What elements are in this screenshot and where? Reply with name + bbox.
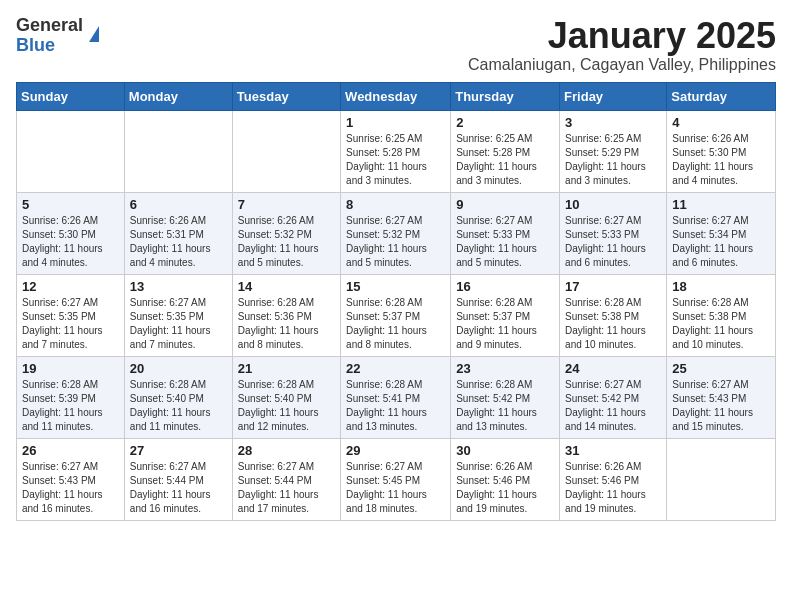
- cell-info: Sunrise: 6:25 AM Sunset: 5:28 PM Dayligh…: [456, 132, 554, 188]
- location-subtitle: Camalaniugan, Cagayan Valley, Philippine…: [468, 56, 776, 74]
- calendar-cell: 19Sunrise: 6:28 AM Sunset: 5:39 PM Dayli…: [17, 356, 125, 438]
- calendar-cell: 17Sunrise: 6:28 AM Sunset: 5:38 PM Dayli…: [560, 274, 667, 356]
- day-number: 28: [238, 443, 335, 458]
- calendar-cell: 12Sunrise: 6:27 AM Sunset: 5:35 PM Dayli…: [17, 274, 125, 356]
- calendar-cell: [17, 110, 125, 192]
- weekday-header: Friday: [560, 82, 667, 110]
- calendar-cell: 6Sunrise: 6:26 AM Sunset: 5:31 PM Daylig…: [124, 192, 232, 274]
- day-number: 27: [130, 443, 227, 458]
- cell-info: Sunrise: 6:26 AM Sunset: 5:46 PM Dayligh…: [565, 460, 661, 516]
- day-number: 21: [238, 361, 335, 376]
- logo-triangle-icon: [89, 26, 99, 42]
- weekday-header: Tuesday: [232, 82, 340, 110]
- calendar-cell: 24Sunrise: 6:27 AM Sunset: 5:42 PM Dayli…: [560, 356, 667, 438]
- calendar-cell: 18Sunrise: 6:28 AM Sunset: 5:38 PM Dayli…: [667, 274, 776, 356]
- day-number: 25: [672, 361, 770, 376]
- weekday-header: Saturday: [667, 82, 776, 110]
- calendar-cell: 13Sunrise: 6:27 AM Sunset: 5:35 PM Dayli…: [124, 274, 232, 356]
- day-number: 16: [456, 279, 554, 294]
- calendar-cell: [232, 110, 340, 192]
- cell-info: Sunrise: 6:27 AM Sunset: 5:35 PM Dayligh…: [130, 296, 227, 352]
- cell-info: Sunrise: 6:28 AM Sunset: 5:39 PM Dayligh…: [22, 378, 119, 434]
- calendar-cell: 11Sunrise: 6:27 AM Sunset: 5:34 PM Dayli…: [667, 192, 776, 274]
- day-number: 11: [672, 197, 770, 212]
- cell-info: Sunrise: 6:25 AM Sunset: 5:29 PM Dayligh…: [565, 132, 661, 188]
- weekday-header: Monday: [124, 82, 232, 110]
- calendar-cell: 5Sunrise: 6:26 AM Sunset: 5:30 PM Daylig…: [17, 192, 125, 274]
- cell-info: Sunrise: 6:28 AM Sunset: 5:40 PM Dayligh…: [130, 378, 227, 434]
- cell-info: Sunrise: 6:27 AM Sunset: 5:44 PM Dayligh…: [238, 460, 335, 516]
- day-number: 26: [22, 443, 119, 458]
- calendar-cell: [667, 438, 776, 520]
- cell-info: Sunrise: 6:27 AM Sunset: 5:35 PM Dayligh…: [22, 296, 119, 352]
- calendar-cell: 28Sunrise: 6:27 AM Sunset: 5:44 PM Dayli…: [232, 438, 340, 520]
- day-number: 10: [565, 197, 661, 212]
- day-number: 1: [346, 115, 445, 130]
- logo-blue: Blue: [16, 35, 55, 55]
- calendar-cell: 14Sunrise: 6:28 AM Sunset: 5:36 PM Dayli…: [232, 274, 340, 356]
- day-number: 24: [565, 361, 661, 376]
- calendar-cell: 1Sunrise: 6:25 AM Sunset: 5:28 PM Daylig…: [341, 110, 451, 192]
- cell-info: Sunrise: 6:27 AM Sunset: 5:43 PM Dayligh…: [672, 378, 770, 434]
- cell-info: Sunrise: 6:27 AM Sunset: 5:33 PM Dayligh…: [565, 214, 661, 270]
- title-block: January 2025 Camalaniugan, Cagayan Valle…: [468, 16, 776, 74]
- day-number: 2: [456, 115, 554, 130]
- cell-info: Sunrise: 6:28 AM Sunset: 5:38 PM Dayligh…: [565, 296, 661, 352]
- day-number: 30: [456, 443, 554, 458]
- cell-info: Sunrise: 6:27 AM Sunset: 5:43 PM Dayligh…: [22, 460, 119, 516]
- cell-info: Sunrise: 6:26 AM Sunset: 5:46 PM Dayligh…: [456, 460, 554, 516]
- cell-info: Sunrise: 6:27 AM Sunset: 5:32 PM Dayligh…: [346, 214, 445, 270]
- cell-info: Sunrise: 6:27 AM Sunset: 5:33 PM Dayligh…: [456, 214, 554, 270]
- calendar-cell: 2Sunrise: 6:25 AM Sunset: 5:28 PM Daylig…: [451, 110, 560, 192]
- calendar-cell: 21Sunrise: 6:28 AM Sunset: 5:40 PM Dayli…: [232, 356, 340, 438]
- cell-info: Sunrise: 6:28 AM Sunset: 5:42 PM Dayligh…: [456, 378, 554, 434]
- cell-info: Sunrise: 6:26 AM Sunset: 5:32 PM Dayligh…: [238, 214, 335, 270]
- calendar-cell: 3Sunrise: 6:25 AM Sunset: 5:29 PM Daylig…: [560, 110, 667, 192]
- cell-info: Sunrise: 6:28 AM Sunset: 5:41 PM Dayligh…: [346, 378, 445, 434]
- logo-text-block: General Blue: [16, 16, 83, 56]
- calendar-cell: 31Sunrise: 6:26 AM Sunset: 5:46 PM Dayli…: [560, 438, 667, 520]
- day-number: 13: [130, 279, 227, 294]
- page-header: General Blue January 2025 Camalaniugan, …: [16, 16, 776, 74]
- cell-info: Sunrise: 6:27 AM Sunset: 5:42 PM Dayligh…: [565, 378, 661, 434]
- calendar-cell: 30Sunrise: 6:26 AM Sunset: 5:46 PM Dayli…: [451, 438, 560, 520]
- calendar-cell: 10Sunrise: 6:27 AM Sunset: 5:33 PM Dayli…: [560, 192, 667, 274]
- calendar-cell: 15Sunrise: 6:28 AM Sunset: 5:37 PM Dayli…: [341, 274, 451, 356]
- cell-info: Sunrise: 6:26 AM Sunset: 5:30 PM Dayligh…: [672, 132, 770, 188]
- cell-info: Sunrise: 6:28 AM Sunset: 5:38 PM Dayligh…: [672, 296, 770, 352]
- cell-info: Sunrise: 6:27 AM Sunset: 5:45 PM Dayligh…: [346, 460, 445, 516]
- calendar-table: SundayMondayTuesdayWednesdayThursdayFrid…: [16, 82, 776, 521]
- day-number: 15: [346, 279, 445, 294]
- day-number: 18: [672, 279, 770, 294]
- cell-info: Sunrise: 6:28 AM Sunset: 5:37 PM Dayligh…: [346, 296, 445, 352]
- cell-info: Sunrise: 6:28 AM Sunset: 5:40 PM Dayligh…: [238, 378, 335, 434]
- calendar-cell: 25Sunrise: 6:27 AM Sunset: 5:43 PM Dayli…: [667, 356, 776, 438]
- cell-info: Sunrise: 6:27 AM Sunset: 5:44 PM Dayligh…: [130, 460, 227, 516]
- day-number: 14: [238, 279, 335, 294]
- day-number: 12: [22, 279, 119, 294]
- calendar-cell: 27Sunrise: 6:27 AM Sunset: 5:44 PM Dayli…: [124, 438, 232, 520]
- calendar-cell: 4Sunrise: 6:26 AM Sunset: 5:30 PM Daylig…: [667, 110, 776, 192]
- calendar-cell: 22Sunrise: 6:28 AM Sunset: 5:41 PM Dayli…: [341, 356, 451, 438]
- cell-info: Sunrise: 6:27 AM Sunset: 5:34 PM Dayligh…: [672, 214, 770, 270]
- calendar-cell: 23Sunrise: 6:28 AM Sunset: 5:42 PM Dayli…: [451, 356, 560, 438]
- calendar-week-row: 5Sunrise: 6:26 AM Sunset: 5:30 PM Daylig…: [17, 192, 776, 274]
- calendar-week-row: 26Sunrise: 6:27 AM Sunset: 5:43 PM Dayli…: [17, 438, 776, 520]
- day-number: 8: [346, 197, 445, 212]
- day-number: 29: [346, 443, 445, 458]
- calendar-cell: 29Sunrise: 6:27 AM Sunset: 5:45 PM Dayli…: [341, 438, 451, 520]
- calendar-cell: 26Sunrise: 6:27 AM Sunset: 5:43 PM Dayli…: [17, 438, 125, 520]
- day-number: 3: [565, 115, 661, 130]
- day-number: 19: [22, 361, 119, 376]
- day-number: 23: [456, 361, 554, 376]
- calendar-cell: 20Sunrise: 6:28 AM Sunset: 5:40 PM Dayli…: [124, 356, 232, 438]
- day-number: 7: [238, 197, 335, 212]
- day-number: 22: [346, 361, 445, 376]
- logo-general: General: [16, 15, 83, 35]
- day-number: 4: [672, 115, 770, 130]
- calendar-cell: 16Sunrise: 6:28 AM Sunset: 5:37 PM Dayli…: [451, 274, 560, 356]
- calendar-cell: 7Sunrise: 6:26 AM Sunset: 5:32 PM Daylig…: [232, 192, 340, 274]
- day-number: 9: [456, 197, 554, 212]
- calendar-week-row: 1Sunrise: 6:25 AM Sunset: 5:28 PM Daylig…: [17, 110, 776, 192]
- day-number: 5: [22, 197, 119, 212]
